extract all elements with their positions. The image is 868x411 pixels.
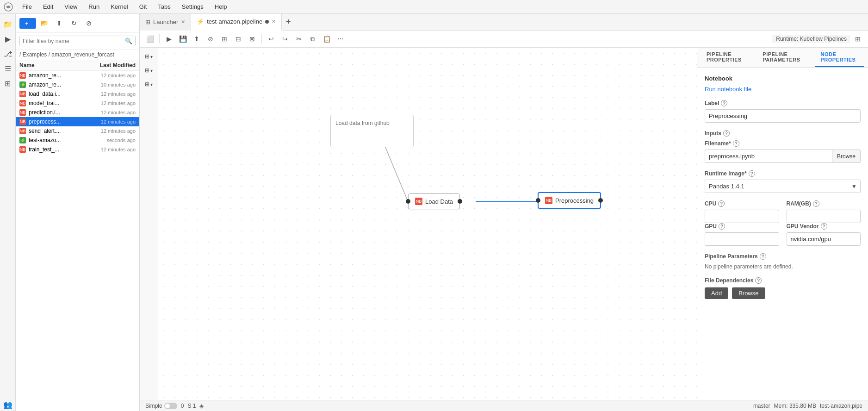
tab-launcher[interactable]: ⊞ Launcher ✕: [140, 14, 191, 31]
tab-pipeline-close[interactable]: ✕: [272, 19, 276, 25]
run-notebook-link[interactable]: Run notebook file: [705, 86, 861, 93]
upload-folder-btn[interactable]: 📂: [38, 17, 51, 30]
cpu-help-icon[interactable]: ?: [718, 200, 725, 207]
filename-browse-btn[interactable]: Browse: [832, 149, 861, 163]
gpu-vendor-input[interactable]: [787, 232, 861, 246]
menu-help[interactable]: Help: [213, 2, 229, 11]
node-load-data-port-right[interactable]: [458, 199, 462, 204]
save-pipeline-btn[interactable]: 💾: [176, 32, 189, 45]
cpu-ram-row: CPU ? RAM(GB) ?: [705, 200, 861, 223]
file-time: 12 minutes ago: [101, 119, 136, 125]
file-item[interactable]: NB load_data.i... 12 minutes ago: [16, 89, 139, 99]
grid-btn[interactable]: ⊟: [232, 32, 245, 45]
side-panel-btn-3[interactable]: ⊞ ▾: [143, 79, 155, 89]
tab-launcher-close[interactable]: ✕: [181, 19, 185, 25]
ram-help-icon[interactable]: ?: [813, 200, 819, 207]
menu-edit[interactable]: Edit: [41, 2, 55, 11]
copy-btn[interactable]: ⧉: [306, 32, 319, 45]
search-input[interactable]: [23, 38, 123, 44]
cut-btn[interactable]: ✂: [292, 32, 305, 45]
clear-pipeline-btn[interactable]: ⊘: [204, 32, 217, 45]
menu-git[interactable]: Git: [137, 2, 149, 11]
pipeline-canvas[interactable]: Load data from github NB Load Data: [158, 48, 697, 400]
menu-run[interactable]: Run: [87, 2, 101, 11]
gpu-help-icon[interactable]: ?: [719, 223, 725, 230]
sidebar-users-icon[interactable]: 👥: [1, 398, 14, 411]
menu-file[interactable]: File: [20, 2, 34, 11]
file-item[interactable]: NB train_test_... 12 minutes ago: [16, 145, 139, 154]
node-preprocessing-port-right[interactable]: [598, 198, 603, 203]
sidebar-nav-icon[interactable]: ☰: [1, 62, 14, 75]
file-item[interactable]: NB amazon_re... 12 minutes ago: [16, 71, 139, 80]
side-panel-btn-1[interactable]: ⊞ ▾: [143, 51, 155, 62]
pipeline-params-help-icon[interactable]: ?: [760, 253, 766, 260]
upload-file-btn[interactable]: ⬆: [53, 17, 66, 30]
pipeline-params-header: Pipeline Parameters ?: [705, 253, 861, 260]
node-load-data-port-left[interactable]: [406, 199, 410, 204]
sidebar-git-icon[interactable]: ⎇: [1, 47, 14, 60]
menu-tabs[interactable]: Tabs: [156, 2, 172, 11]
runtime-image-help-icon[interactable]: ?: [749, 170, 755, 177]
file-item[interactable]: ⚡ test-amazo... seconds ago: [16, 136, 139, 145]
node-preprocessing[interactable]: NB Preprocessing: [538, 192, 601, 209]
select-tool-btn[interactable]: ⬜: [143, 32, 156, 45]
tab-node-properties[interactable]: NODE PROPERTIES: [815, 48, 865, 67]
new-button[interactable]: +: [19, 18, 36, 29]
run-pipeline-btn[interactable]: ▶: [162, 32, 175, 45]
undo-btn[interactable]: ↩: [265, 32, 278, 45]
cpu-input[interactable]: [705, 210, 779, 223]
inputs-help-icon[interactable]: ?: [723, 130, 730, 137]
panel-toggle-btn[interactable]: ⊞: [851, 32, 864, 45]
file-item[interactable]: NB preprocess... 12 minutes ago: [16, 117, 139, 126]
node-group-btn[interactable]: ⊠: [246, 32, 259, 45]
node-load-data[interactable]: NB Load Data: [408, 193, 460, 209]
redo-btn[interactable]: ↪: [279, 32, 291, 45]
filename-input[interactable]: [705, 149, 832, 163]
mode-toggle[interactable]: Simple: [145, 403, 177, 409]
toggle-track[interactable]: [164, 403, 177, 409]
label-input[interactable]: [705, 109, 861, 123]
tab-modified-dot: [265, 20, 269, 24]
file-item[interactable]: NB model_trai... 12 minutes ago: [16, 99, 139, 108]
file-item-left: NB preprocess...: [19, 118, 61, 125]
file-item[interactable]: NB send_alert.... 12 minutes ago: [16, 126, 139, 136]
add-tab-button[interactable]: +: [282, 16, 295, 29]
pipeline-note[interactable]: Load data from github: [330, 115, 414, 147]
export-pipeline-btn[interactable]: ⬆: [190, 32, 203, 45]
menu-view[interactable]: View: [62, 2, 79, 11]
more-btn[interactable]: ⋯: [334, 32, 347, 45]
file-time: seconds ago: [107, 137, 136, 143]
runtime-image-select[interactable]: Pandas 1.4.1: [705, 180, 861, 193]
sidebar-files-icon[interactable]: 📁: [1, 18, 14, 31]
status-right: master Mem: 335.80 MB test-amazon.pipe: [753, 403, 862, 409]
gpu-vendor-help-icon[interactable]: ?: [821, 223, 827, 230]
gpu-col: GPU ?: [705, 223, 779, 246]
col-last-modified: Last Modified: [100, 62, 136, 68]
side-panel-btn-2[interactable]: ⊞ ▾: [143, 65, 155, 75]
tab-pipeline-parameters[interactable]: PIPELINE PARAMETERS: [757, 48, 815, 67]
gpu-input[interactable]: [705, 232, 779, 246]
sidebar-run-icon[interactable]: ▶: [1, 32, 14, 45]
file-deps-add-btn[interactable]: Add: [705, 287, 728, 299]
menu-kernel[interactable]: Kernel: [109, 2, 130, 11]
kernel-status: 0: [181, 403, 184, 409]
node-preprocessing-port-left[interactable]: [536, 198, 540, 203]
arrange-btn[interactable]: ⊞: [218, 32, 231, 45]
file-deps-help-icon[interactable]: ?: [755, 277, 762, 284]
paste-btn[interactable]: 📋: [320, 32, 333, 45]
menu-settings[interactable]: Settings: [180, 2, 205, 11]
tab-pipeline[interactable]: ⚡ test-amazon.pipeline ✕: [191, 14, 282, 31]
file-label: test-amazon.pipe: [820, 403, 862, 409]
filename-help-icon[interactable]: ?: [733, 140, 739, 147]
file-item[interactable]: ⚡ amazon_re... 10 minutes ago: [16, 80, 139, 89]
file-deps-browse-btn[interactable]: Browse: [732, 287, 765, 299]
label-help-icon[interactable]: ?: [721, 100, 727, 106]
refresh-btn[interactable]: ↻: [68, 17, 81, 30]
menu-bar: File Edit View Run Kernel Git Tabs Setti…: [0, 0, 868, 14]
search-container: 🔍: [19, 36, 136, 46]
filter-btn[interactable]: ⊘: [82, 17, 95, 30]
sidebar-extensions-icon[interactable]: ⊞: [1, 77, 14, 90]
file-item[interactable]: NB prediction.i... 12 minutes ago: [16, 108, 139, 117]
ram-input[interactable]: [787, 210, 861, 223]
tab-pipeline-properties[interactable]: PIPELINE PROPERTIES: [701, 48, 757, 67]
